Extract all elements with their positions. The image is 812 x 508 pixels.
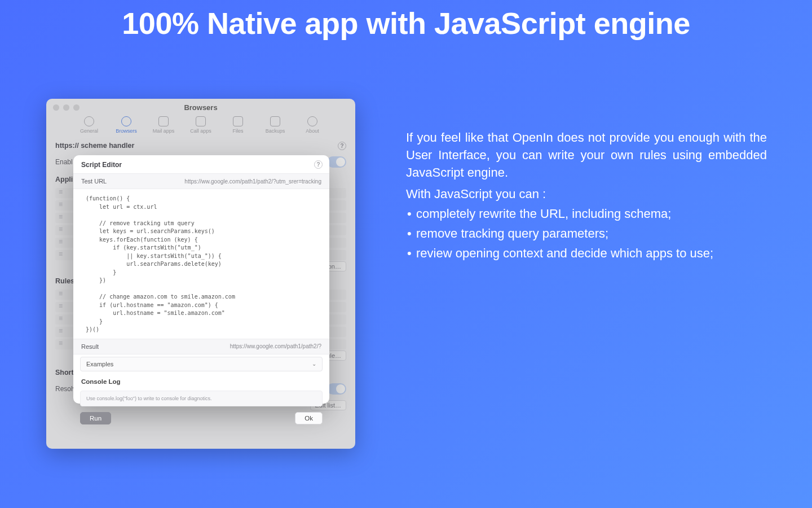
marketing-copy: If you feel like that OpenIn does not pr… <box>406 129 767 265</box>
preferences-toolbar: General Browsers Mail apps Call apps Fil… <box>46 116 355 134</box>
tab-label: Backups <box>266 128 285 134</box>
tab-browsers[interactable]: Browsers <box>113 116 139 134</box>
file-icon <box>233 116 243 126</box>
help-icon[interactable]: ? <box>314 160 323 169</box>
test-url-input[interactable]: https://ww.google.com/path1/path2/?utm_s… <box>184 178 321 185</box>
test-url-label: Test URL <box>81 178 107 185</box>
enabled-label: Enabl <box>55 158 73 166</box>
result-row: Result https://ww.google.com/path1/path2… <box>73 339 329 354</box>
phone-icon <box>196 116 206 126</box>
globe-icon <box>121 116 131 126</box>
tab-files[interactable]: Files <box>225 116 251 134</box>
tab-about[interactable]: About <box>299 116 325 134</box>
scheme-handler-label: https:// scheme handler <box>55 142 134 150</box>
tab-general[interactable]: General <box>76 116 102 134</box>
window-traffic-lights <box>53 104 80 111</box>
gear-icon <box>84 116 94 126</box>
ok-button[interactable]: Ok <box>295 412 323 424</box>
tab-backups[interactable]: Backups <box>262 116 288 134</box>
copy-bullet: remove tracking query parameters; <box>406 225 767 242</box>
copy-paragraph: If you feel like that OpenIn does not pr… <box>406 129 767 182</box>
copy-lead: With JavaScript you can : <box>406 185 767 203</box>
tab-label: Mail apps <box>153 128 175 134</box>
info-icon <box>307 116 317 126</box>
code-editor[interactable]: (function() { let url = ctx.url // remov… <box>73 189 329 339</box>
test-url-row: Test URL https://ww.google.com/path1/pat… <box>73 173 329 189</box>
help-icon[interactable]: ? <box>338 142 346 150</box>
close-icon[interactable] <box>53 104 59 111</box>
run-button[interactable]: Run <box>80 412 111 424</box>
backup-icon <box>270 116 280 126</box>
examples-dropdown[interactable]: Examples ⌄ <box>80 357 323 371</box>
resolve-shortened-toggle[interactable] <box>327 383 346 395</box>
window-title: Browsers <box>46 99 355 112</box>
sheet-title: Script Editor ? <box>73 155 329 173</box>
hero-title: 100% Native app with JavaScript engine <box>0 6 812 41</box>
chevron-down-icon: ⌄ <box>312 361 316 367</box>
minimize-icon[interactable] <box>63 104 69 111</box>
tab-label: About <box>306 128 319 134</box>
console-log-heading: Console Log <box>73 374 329 387</box>
scheme-handler-heading: https:// scheme handler ? <box>46 134 355 153</box>
script-editor-sheet: Script Editor ? Test URL https://ww.goog… <box>73 155 329 404</box>
tab-label: Files <box>232 128 243 134</box>
copy-bullet: review opening context and decide which … <box>406 244 767 262</box>
enabled-toggle[interactable] <box>327 156 346 168</box>
copy-bullet: completely rewrite the URL, including sc… <box>406 205 767 222</box>
tab-mail-apps[interactable]: Mail apps <box>151 116 176 134</box>
sheet-title-label: Script Editor <box>81 161 122 169</box>
result-label: Result <box>81 343 99 350</box>
mail-icon <box>158 116 169 126</box>
zoom-icon[interactable] <box>73 104 80 111</box>
result-value: https://ww.google.com/path1/path2/? <box>230 343 321 349</box>
tab-label: Call apps <box>190 128 211 134</box>
examples-label: Examples <box>86 361 113 367</box>
tab-label: Browsers <box>116 128 137 134</box>
console-log-output: Use console.log("foo") to write to conso… <box>80 391 323 406</box>
tab-call-apps[interactable]: Call apps <box>188 116 214 134</box>
tab-label: General <box>80 128 98 134</box>
